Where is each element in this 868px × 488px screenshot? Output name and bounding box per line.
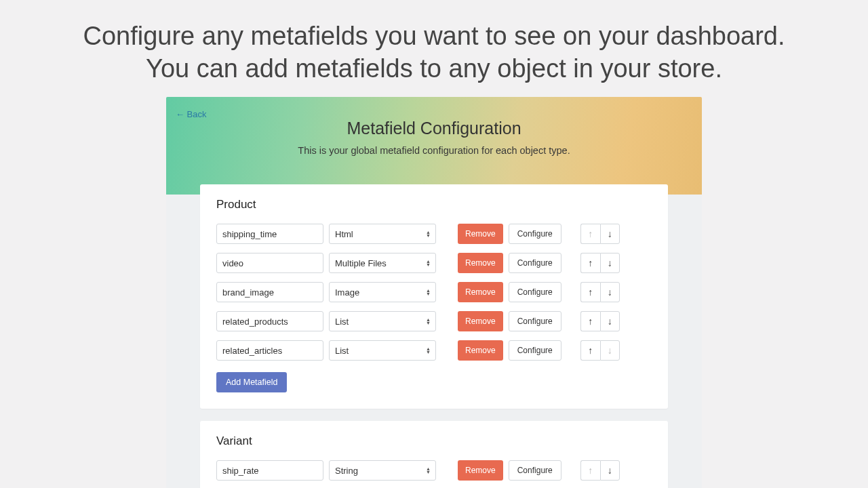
move-down-button[interactable]: ↓ <box>600 311 620 331</box>
metafield-type-select[interactable]: Image▲▼ <box>329 282 436 302</box>
reorder-group: ↑↓ <box>580 224 620 244</box>
configure-button[interactable]: Configure <box>509 340 561 361</box>
back-link[interactable]: ← Back <box>176 109 207 119</box>
metafield-type-select[interactable]: Html▲▼ <box>329 224 436 244</box>
select-arrows-icon: ▲▼ <box>426 318 431 325</box>
section-card: VariantString▲▼RemoveConfigure↑↓ <box>200 421 668 488</box>
cards-container: ProductHtml▲▼RemoveConfigure↑↓Multiple F… <box>166 184 702 488</box>
remove-button[interactable]: Remove <box>458 224 503 244</box>
configure-button[interactable]: Configure <box>509 311 561 331</box>
select-value: List <box>335 317 349 327</box>
metafield-name-input[interactable] <box>216 311 323 331</box>
move-up-button[interactable]: ↑ <box>580 282 600 302</box>
move-up-button: ↑ <box>580 224 600 244</box>
heading-line-1: Configure any metafields you want to see… <box>0 20 868 53</box>
configure-button[interactable]: Configure <box>509 253 561 273</box>
app-window: ← Back Metafield Configuration This is y… <box>166 97 702 488</box>
section-card: ProductHtml▲▼RemoveConfigure↑↓Multiple F… <box>200 184 668 409</box>
metafield-row: List▲▼RemoveConfigure↑↓ <box>216 311 652 331</box>
move-down-button[interactable]: ↓ <box>600 253 620 273</box>
metafield-row: List▲▼RemoveConfigure↑↓ <box>216 340 652 361</box>
move-down-button: ↓ <box>600 340 620 361</box>
move-down-button[interactable]: ↓ <box>600 282 620 302</box>
app-header: ← Back Metafield Configuration This is y… <box>166 97 702 195</box>
remove-button[interactable]: Remove <box>458 282 503 302</box>
reorder-group: ↑↓ <box>580 340 620 361</box>
metafield-row: Image▲▼RemoveConfigure↑↓ <box>216 282 652 302</box>
reorder-group: ↑↓ <box>580 311 620 331</box>
move-up-button[interactable]: ↑ <box>580 340 600 361</box>
metafield-type-select[interactable]: List▲▼ <box>329 340 436 361</box>
metafield-row: Html▲▼RemoveConfigure↑↓ <box>216 224 652 244</box>
metafield-name-input[interactable] <box>216 282 323 302</box>
select-arrows-icon: ▲▼ <box>426 347 431 354</box>
select-value: Html <box>335 229 353 239</box>
select-arrows-icon: ▲▼ <box>426 260 431 266</box>
move-up-button[interactable]: ↑ <box>580 311 600 331</box>
move-down-button[interactable]: ↓ <box>600 224 620 244</box>
configure-button[interactable]: Configure <box>509 460 561 481</box>
metafield-row: String▲▼RemoveConfigure↑↓ <box>216 460 652 481</box>
metafield-type-select[interactable]: Multiple Files▲▼ <box>329 253 436 273</box>
metafield-type-select[interactable]: String▲▼ <box>329 460 436 481</box>
configure-button[interactable]: Configure <box>509 282 561 302</box>
page-subtitle: This is your global metafield configurat… <box>166 145 702 156</box>
section-title: Variant <box>216 434 652 448</box>
metafield-name-input[interactable] <box>216 460 323 481</box>
remove-button[interactable]: Remove <box>458 311 503 331</box>
remove-button[interactable]: Remove <box>458 340 503 361</box>
move-up-button: ↑ <box>580 460 600 481</box>
marketing-heading: Configure any metafields you want to see… <box>0 0 868 97</box>
configure-button[interactable]: Configure <box>509 224 561 244</box>
select-arrows-icon: ▲▼ <box>426 467 431 474</box>
remove-button[interactable]: Remove <box>458 460 503 481</box>
move-down-button[interactable]: ↓ <box>600 460 620 481</box>
section-title: Product <box>216 198 652 211</box>
metafield-name-input[interactable] <box>216 224 323 244</box>
add-metafield-button[interactable]: Add Metafield <box>216 372 287 392</box>
remove-button[interactable]: Remove <box>458 253 503 273</box>
select-value: Multiple Files <box>335 258 387 268</box>
select-arrows-icon: ▲▼ <box>426 289 431 296</box>
select-arrows-icon: ▲▼ <box>426 230 431 237</box>
page-title: Metafield Configuration <box>166 119 702 138</box>
reorder-group: ↑↓ <box>580 460 620 481</box>
heading-line-2: You can add metafields to any object in … <box>0 53 868 85</box>
metafield-name-input[interactable] <box>216 253 323 273</box>
metafield-type-select[interactable]: List▲▼ <box>329 311 436 331</box>
metafield-name-input[interactable] <box>216 340 323 361</box>
reorder-group: ↑↓ <box>580 253 620 273</box>
select-value: List <box>335 346 349 356</box>
reorder-group: ↑↓ <box>580 282 620 302</box>
metafield-row: Multiple Files▲▼RemoveConfigure↑↓ <box>216 253 652 273</box>
select-value: String <box>335 466 358 476</box>
move-up-button[interactable]: ↑ <box>580 253 600 273</box>
select-value: Image <box>335 287 359 298</box>
